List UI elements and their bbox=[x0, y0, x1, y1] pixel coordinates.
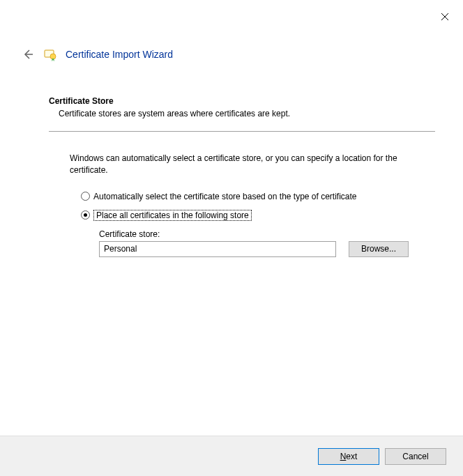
store-input[interactable] bbox=[99, 241, 336, 257]
radio-place-label: Place all certificates in the following … bbox=[93, 210, 252, 221]
close-button[interactable] bbox=[435, 7, 455, 26]
radio-place-input[interactable] bbox=[81, 210, 90, 220]
section-title: Certificate Store bbox=[49, 96, 435, 106]
wizard-footer: Next Cancel bbox=[0, 436, 463, 476]
svg-point-4 bbox=[50, 54, 56, 59]
radio-auto-input[interactable] bbox=[81, 192, 90, 201]
intro-text: Windows can automatically select a certi… bbox=[70, 153, 421, 176]
wizard-header: Certificate Import Wizard bbox=[0, 28, 463, 61]
wizard-window: Certificate Import Wizard Certificate St… bbox=[0, 0, 463, 476]
next-suffix: ext bbox=[346, 452, 357, 461]
back-arrow-icon bbox=[22, 49, 33, 60]
close-icon bbox=[441, 13, 449, 21]
browse-button[interactable]: Browse... bbox=[349, 241, 409, 257]
divider bbox=[49, 131, 435, 132]
section-description: Certificate stores are system areas wher… bbox=[59, 109, 435, 118]
radio-group: Automatically select the certificate sto… bbox=[81, 192, 435, 221]
titlebar bbox=[0, 0, 463, 28]
radio-auto-label: Automatically select the certificate sto… bbox=[93, 192, 357, 201]
cancel-button[interactable]: Cancel bbox=[385, 448, 446, 465]
radio-option-auto[interactable]: Automatically select the certificate sto… bbox=[81, 192, 435, 201]
back-button[interactable] bbox=[21, 47, 35, 61]
wizard-title: Certificate Import Wizard bbox=[66, 49, 173, 60]
store-row: Browse... bbox=[99, 241, 435, 257]
wizard-content: Certificate Store Certificate stores are… bbox=[0, 61, 463, 436]
next-button[interactable]: Next bbox=[318, 448, 379, 465]
certificate-wizard-icon bbox=[43, 47, 57, 61]
store-label: Certificate store: bbox=[99, 229, 435, 239]
store-block: Certificate store: Browse... bbox=[99, 229, 435, 257]
radio-option-place[interactable]: Place all certificates in the following … bbox=[81, 210, 435, 221]
